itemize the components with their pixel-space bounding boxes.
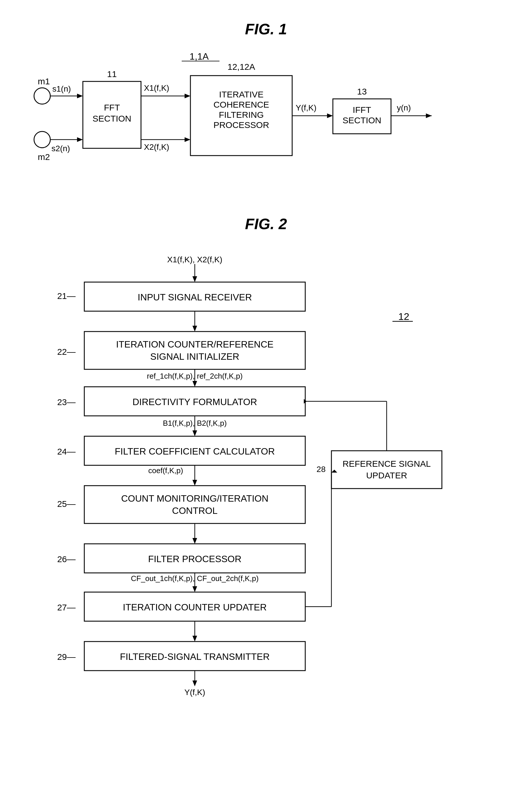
ifft-label2: SECTION bbox=[342, 115, 381, 125]
block-25-label1: COUNT MONITORING/ITERATION bbox=[121, 493, 269, 504]
arrow3 bbox=[185, 94, 190, 98]
m1-label: m1 bbox=[38, 76, 50, 86]
block-24-id: 24— bbox=[57, 447, 76, 456]
block-26-id: 26— bbox=[57, 554, 76, 564]
block-27-label: ITERATION COUNTER UPDATER bbox=[123, 602, 267, 613]
fig2-output-label: Y(f,K) bbox=[184, 688, 205, 697]
arrow-input bbox=[192, 276, 197, 282]
block-21-label: INPUT SIGNAL RECEIVER bbox=[138, 292, 252, 302]
fig1-system-label: 1,1A bbox=[190, 51, 209, 62]
arrow6 bbox=[426, 113, 432, 118]
arrow-23-24 bbox=[192, 430, 197, 436]
block-24-label: FILTER COEFFICIENT CALCULATOR bbox=[115, 446, 275, 456]
fft-label2: SECTION bbox=[92, 114, 131, 123]
yn-label: y(n) bbox=[397, 103, 411, 112]
arrow-24-25 bbox=[192, 480, 197, 486]
arrow-21-22 bbox=[192, 326, 197, 332]
block-28-id: 28 bbox=[317, 465, 326, 474]
block-22-id: 22— bbox=[57, 347, 76, 357]
page: FIG. 1 1,1A m1 m2 s1(n) s2(n) FFT SECTIO… bbox=[0, 0, 532, 807]
icfp-label1: ITERATIVE bbox=[219, 90, 264, 99]
block-22-box bbox=[84, 332, 305, 369]
m2-label: m2 bbox=[38, 152, 50, 162]
icfp-label4: PROCESSOR bbox=[213, 120, 269, 130]
icfp-label3: FILTERING bbox=[219, 110, 264, 119]
arrow5 bbox=[327, 113, 333, 118]
fig2-title: FIG. 2 bbox=[17, 215, 515, 233]
block-28-label2: UPDATER bbox=[366, 471, 407, 480]
arrow-25-26 bbox=[192, 538, 197, 544]
block-27-id: 27— bbox=[57, 603, 76, 612]
arrow1 bbox=[77, 94, 83, 98]
s2n-label: s2(n) bbox=[52, 144, 70, 153]
block-25-label2: CONTROL bbox=[172, 505, 217, 516]
yfk-label: Y(f,K) bbox=[296, 103, 317, 112]
arrow4 bbox=[185, 137, 190, 142]
arrow-22-23 bbox=[192, 381, 197, 387]
block-23-label: DIRECTIVITY FORMULATOR bbox=[133, 397, 257, 407]
fig1-title: FIG. 1 bbox=[17, 20, 515, 38]
ifft-label1: IFFT bbox=[353, 105, 371, 115]
block-22-label2: SIGNAL INITIALIZER bbox=[150, 351, 239, 362]
block-22-label1: ITERATION COUNTER/REFERENCE bbox=[116, 339, 273, 350]
block-25-id: 25— bbox=[57, 499, 76, 509]
coef-signal-label: coef(f,K,p) bbox=[148, 466, 183, 475]
icfp-label2: COHERENCE bbox=[213, 100, 269, 109]
x1fk-label: X1(f,K) bbox=[144, 83, 169, 93]
block-29-id: 29— bbox=[57, 652, 76, 662]
arrow2 bbox=[77, 137, 83, 142]
fig1-diagram: 1,1A m1 m2 s1(n) s2(n) FFT SECTION 11 X1… bbox=[19, 46, 513, 192]
block-29-label: FILTERED-SIGNAL TRANSMITTER bbox=[120, 652, 269, 662]
label-13: 13 bbox=[357, 87, 366, 96]
m2-node bbox=[34, 131, 50, 148]
arrow-29-out bbox=[192, 680, 197, 686]
m1-node bbox=[34, 88, 50, 104]
arrow-26-27 bbox=[192, 586, 197, 592]
label-12: 12,12A bbox=[227, 62, 255, 72]
block-28-box bbox=[331, 451, 442, 489]
block-26-label: FILTER PROCESSOR bbox=[148, 554, 241, 564]
block-21-id: 21— bbox=[57, 291, 76, 301]
fig2-system-label: 12 bbox=[398, 311, 409, 322]
block-25-box bbox=[84, 486, 305, 523]
arrow-27-29 bbox=[192, 636, 197, 641]
fig2-diagram: 12 X1(f,K), X2(f,K) INPUT SIGNAL RECEIVE… bbox=[26, 247, 506, 807]
block-28-label1: REFERENCE SIGNAL bbox=[342, 459, 431, 469]
fft-label1: FFT bbox=[104, 102, 120, 112]
label-11: 11 bbox=[107, 69, 117, 79]
s1n-label: s1(n) bbox=[52, 85, 71, 93]
block-23-id: 23— bbox=[57, 397, 76, 407]
feedback-arrow1 bbox=[331, 470, 337, 473]
x2fk-label: X2(f,K) bbox=[144, 143, 169, 151]
fig2-input-label: X1(f,K), X2(f,K) bbox=[167, 255, 222, 264]
